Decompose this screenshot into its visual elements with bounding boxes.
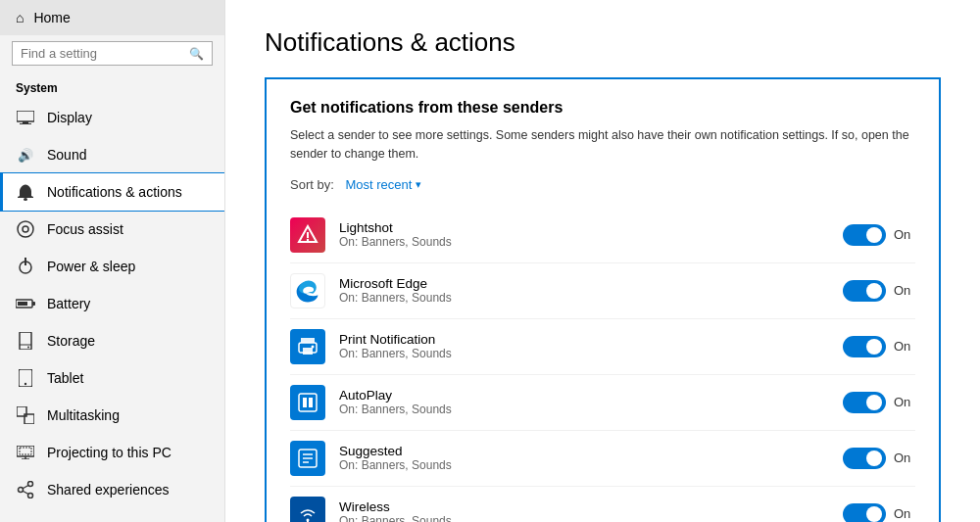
notification-item-edge: Microsoft Edge On: Banners, Sounds On — [290, 263, 915, 319]
app-sub-suggested: On: Banners, Sounds — [339, 458, 829, 472]
app-name-print: Print Notification — [339, 332, 829, 347]
app-icon-lightshot — [290, 217, 325, 253]
app-info-edge: Microsoft Edge On: Banners, Sounds — [339, 276, 829, 305]
app-sub-autoplay: On: Banners, Sounds — [339, 403, 829, 416]
toggle-edge[interactable] — [843, 280, 886, 302]
sidebar-item-shared-label: Shared experiences — [47, 482, 170, 498]
power-icon — [16, 257, 35, 276]
sidebar-item-storage-label: Storage — [47, 333, 95, 349]
sidebar-item-display-label: Display — [47, 110, 92, 125]
svg-point-3 — [24, 198, 27, 201]
toggle-label-lightshot: On — [894, 227, 915, 242]
search-input[interactable] — [21, 46, 183, 61]
sidebar-item-power-label: Power & sleep — [47, 259, 135, 274]
toggle-wrap-edge: On — [843, 280, 915, 302]
sidebar: Home 🔍 System Display Sound Notification… — [0, 0, 225, 522]
focus-icon — [16, 219, 35, 239]
toggle-lightshot[interactable] — [843, 224, 886, 246]
svg-point-23 — [19, 488, 24, 493]
sidebar-item-display[interactable]: Display — [0, 99, 224, 136]
app-icon-print — [290, 329, 325, 364]
app-sub-print: On: Banners, Sounds — [339, 347, 829, 360]
multitasking-icon — [16, 405, 35, 425]
toggle-wrap-print: On — [843, 336, 915, 357]
section-description: Select a sender to see more settings. So… — [290, 126, 915, 164]
app-info-suggested: Suggested On: Banners, Sounds — [339, 444, 829, 472]
svg-rect-1 — [23, 121, 28, 123]
svg-rect-11 — [20, 332, 31, 350]
search-icon: 🔍 — [189, 47, 204, 61]
toggle-label-wireless: On — [894, 506, 915, 521]
section-heading: Get notifications from these senders — [290, 99, 915, 117]
svg-rect-9 — [32, 302, 35, 306]
svg-point-33 — [312, 345, 315, 348]
notification-item-print: Print Notification On: Banners, Sounds O… — [290, 319, 915, 375]
sort-value[interactable]: Most recent — [345, 177, 412, 192]
svg-point-13 — [27, 347, 29, 349]
notifications-icon — [16, 182, 35, 202]
app-name-suggested: Suggested — [339, 444, 829, 458]
svg-rect-0 — [17, 111, 34, 121]
sidebar-item-battery[interactable]: Battery — [0, 285, 224, 322]
toggle-autoplay[interactable] — [843, 392, 886, 413]
toggle-wrap-lightshot: On — [843, 224, 915, 246]
svg-rect-36 — [309, 398, 313, 407]
svg-line-26 — [23, 491, 28, 494]
svg-point-24 — [28, 494, 33, 498]
toggle-print[interactable] — [843, 336, 886, 357]
toggle-wrap-autoplay: On — [843, 392, 915, 413]
sort-chevron-icon[interactable]: ▾ — [416, 178, 421, 191]
notification-item-autoplay: AutoPlay On: Banners, Sounds On — [290, 375, 915, 431]
toggle-label-print: On — [894, 339, 915, 354]
sidebar-item-focus-label: Focus assist — [47, 221, 123, 237]
main-content: Notifications & actions Get notification… — [225, 0, 980, 522]
app-sub-wireless: On: Banners, Sounds — [339, 514, 829, 522]
notification-item-wireless: Wireless On: Banners, Sounds On — [290, 487, 915, 523]
shared-icon — [16, 480, 35, 499]
svg-point-15 — [24, 383, 26, 385]
sidebar-item-projecting[interactable]: Projecting to this PC — [0, 434, 224, 471]
toggle-label-suggested: On — [894, 451, 915, 465]
app-name-edge: Microsoft Edge — [339, 276, 829, 291]
app-name-autoplay: AutoPlay — [339, 388, 829, 403]
sidebar-item-battery-label: Battery — [47, 296, 90, 311]
home-label: Home — [33, 10, 70, 25]
toggle-wrap-wireless: On — [843, 503, 915, 523]
storage-icon — [16, 331, 35, 351]
sort-label: Sort by: — [290, 177, 334, 192]
projecting-icon — [16, 443, 35, 462]
sidebar-item-storage[interactable]: Storage — [0, 322, 224, 359]
app-info-lightshot: Lightshot On: Banners, Sounds — [339, 220, 829, 249]
search-box[interactable]: 🔍 — [12, 41, 213, 66]
sidebar-item-sound[interactable]: Sound — [0, 136, 224, 173]
sound-icon — [16, 145, 35, 165]
svg-rect-10 — [18, 302, 27, 306]
svg-point-4 — [18, 221, 33, 237]
app-info-print: Print Notification On: Banners, Sounds — [339, 332, 829, 360]
app-icon-autoplay — [290, 385, 325, 420]
sidebar-item-tablet[interactable]: Tablet — [0, 359, 224, 397]
app-info-wireless: Wireless On: Banners, Sounds — [339, 499, 829, 522]
sidebar-item-multitasking[interactable]: Multitasking — [0, 397, 224, 434]
sidebar-item-shared[interactable]: Shared experiences — [0, 471, 224, 508]
sidebar-item-focus[interactable]: Focus assist — [0, 211, 224, 248]
app-name-lightshot: Lightshot — [339, 220, 829, 235]
app-sub-edge: On: Banners, Sounds — [339, 291, 829, 305]
sidebar-item-home[interactable]: Home — [0, 0, 224, 35]
svg-rect-2 — [20, 123, 31, 124]
svg-point-5 — [23, 226, 28, 232]
sidebar-item-multitasking-label: Multitasking — [47, 407, 120, 423]
sidebar-item-notifications[interactable]: Notifications & actions — [0, 173, 224, 211]
svg-rect-34 — [299, 394, 317, 411]
tablet-icon — [16, 368, 35, 388]
sidebar-item-power[interactable]: Power & sleep — [0, 248, 224, 285]
home-icon — [16, 10, 24, 25]
notification-item-suggested: Suggested On: Banners, Sounds On — [290, 431, 915, 487]
app-icon-suggested — [290, 441, 325, 476]
toggle-suggested[interactable] — [843, 448, 886, 469]
page-title: Notifications & actions — [265, 27, 941, 58]
app-icon-wireless — [290, 497, 325, 523]
sort-bar: Sort by: Most recent ▾ — [290, 177, 915, 192]
app-info-autoplay: AutoPlay On: Banners, Sounds — [339, 388, 829, 416]
toggle-wireless[interactable] — [843, 503, 886, 523]
